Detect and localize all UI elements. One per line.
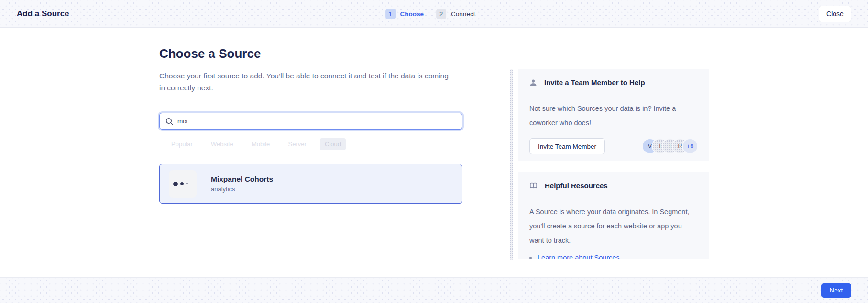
step-1-label[interactable]: Choose [400,10,424,17]
step-2-label[interactable]: Connect [451,10,475,17]
step-1-badge: 1 [385,9,396,19]
choose-source-heading: Choose a Source [159,46,261,61]
invite-team-card: Invite a Team Member to Help Not sure wh… [518,69,709,161]
list-item: Learn more about Sources [529,254,697,259]
invite-row: Invite Team Member V T T R +6 [529,138,697,154]
tab-mobile[interactable]: Mobile [247,138,275,150]
source-result-title: Mixpanel Cohorts [211,175,273,184]
tab-popular[interactable]: Popular [166,138,198,150]
divider [529,197,697,197]
sidebar-scrollbar[interactable] [510,69,513,260]
page-title: Add a Source [17,9,69,19]
invite-card-header: Invite a Team Member to Help [518,69,709,94]
category-tabs: Popular Website Mobile Server Cloud [166,138,346,150]
resources-card-header: Helpful Resources [518,172,709,197]
avatar-overflow-badge: +6 [683,139,697,153]
person-icon [529,79,537,87]
helpful-resources-card: Helpful Resources A Source is where your… [518,172,709,259]
footer-bar: Next [0,277,868,303]
stepper: 1 Choose 2 Connect [385,9,483,19]
invite-team-member-button[interactable]: Invite Team Member [529,138,605,154]
resources-card-body: A Source is where your data originates. … [529,205,697,248]
mixpanel-logo [169,170,197,198]
source-search[interactable] [159,113,462,130]
team-avatar-group: V T T R +6 [643,139,697,153]
tab-website[interactable]: Website [206,138,238,150]
source-result-category: analytics [211,185,273,193]
next-button[interactable]: Next [821,283,851,298]
learn-more-sources-link[interactable]: Learn more about Sources [538,254,620,259]
source-result-mixpanel-cohorts[interactable]: Mixpanel Cohorts analytics [159,164,462,204]
step-2-badge: 2 [436,9,446,19]
tab-cloud[interactable]: Cloud [320,138,346,150]
source-result-text: Mixpanel Cohorts analytics [211,175,273,193]
divider [529,94,697,94]
tab-server[interactable]: Server [284,138,311,150]
resources-card-title: Helpful Resources [545,182,608,190]
search-icon [165,118,173,125]
bullet-icon [529,257,532,259]
choose-source-description: Choose your first source to add. You’ll … [159,70,456,94]
invite-card-title: Invite a Team Member to Help [544,78,645,87]
close-button[interactable]: Close [819,6,851,22]
book-icon [529,182,538,189]
add-source-modal: Add a Source 1 Choose 2 Connect Close Ch… [0,0,868,303]
search-input[interactable] [177,118,456,125]
header-bar: Add a Source 1 Choose 2 Connect Close [0,0,868,28]
resources-link-list: Learn more about Sources [529,254,697,259]
invite-card-body: Not sure which Sources your data is in? … [529,101,697,130]
